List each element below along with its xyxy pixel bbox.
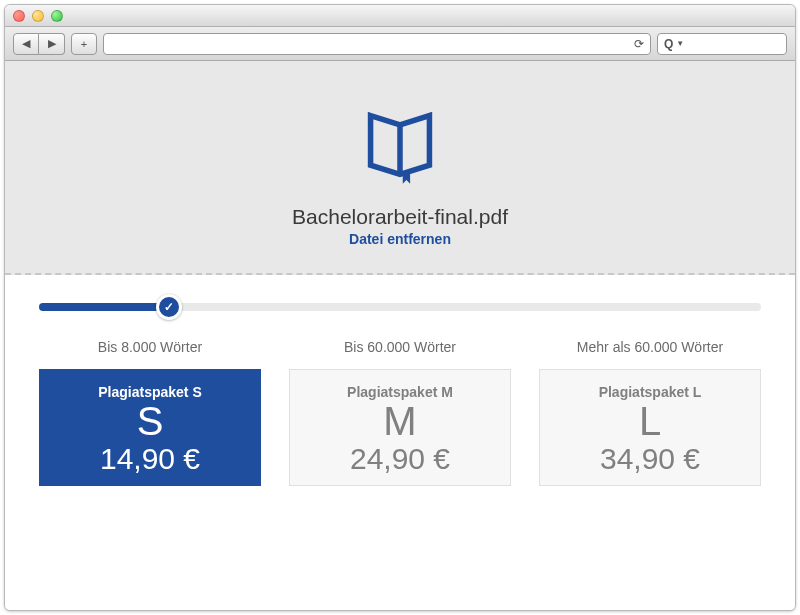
package-range: Mehr als 60.000 Wörter — [577, 339, 723, 355]
book-icon — [354, 99, 446, 191]
package-range: Bis 8.000 Wörter — [98, 339, 202, 355]
package-price: 14,90 € — [46, 442, 254, 475]
package-size: L — [546, 400, 754, 442]
package-price: 34,90 € — [546, 442, 754, 475]
plus-icon: + — [81, 38, 87, 50]
search-bar[interactable]: Q ▼ — [657, 33, 787, 55]
new-tab-button[interactable]: + — [71, 33, 97, 55]
check-icon: ✓ — [164, 300, 174, 314]
package-s: Bis 8.000 Wörter Plagiatspaket S S 14,90… — [39, 339, 261, 486]
chevron-right-icon: ▶ — [48, 37, 56, 50]
package-card-l[interactable]: Plagiatspaket L L 34,90 € — [539, 369, 761, 486]
package-card-s[interactable]: Plagiatspaket S S 14,90 € — [39, 369, 261, 486]
close-window-button[interactable] — [13, 10, 25, 22]
chevron-down-icon: ▼ — [676, 39, 684, 48]
package-price: 24,90 € — [296, 442, 504, 475]
package-selection: ✓ Bis 8.000 Wörter Plagiatspaket S S 14,… — [5, 275, 795, 610]
forward-button[interactable]: ▶ — [39, 33, 65, 55]
browser-window: ◀ ▶ + ⟳ Q ▼ Bachelorarbeit-fi — [4, 4, 796, 611]
package-name: Plagiatspaket M — [296, 384, 504, 400]
package-l: Mehr als 60.000 Wörter Plagiatspaket L L… — [539, 339, 761, 486]
package-card-m[interactable]: Plagiatspaket M M 24,90 € — [289, 369, 511, 486]
package-name: Plagiatspaket S — [46, 384, 254, 400]
remove-file-link[interactable]: Datei entfernen — [349, 231, 451, 247]
slider-track: ✓ — [39, 303, 761, 311]
reload-icon[interactable]: ⟳ — [634, 37, 644, 51]
zoom-window-button[interactable] — [51, 10, 63, 22]
chevron-left-icon: ◀ — [22, 37, 30, 50]
package-list: Bis 8.000 Wörter Plagiatspaket S S 14,90… — [39, 339, 761, 486]
traffic-lights — [13, 10, 63, 22]
nav-buttons: ◀ ▶ — [13, 33, 65, 55]
package-size: S — [46, 400, 254, 442]
uploaded-filename: Bachelorarbeit-final.pdf — [292, 205, 508, 229]
page-content: Bachelorarbeit-final.pdf Datei entfernen… — [5, 61, 795, 610]
url-bar[interactable]: ⟳ — [103, 33, 651, 55]
package-name: Plagiatspaket L — [546, 384, 754, 400]
browser-toolbar: ◀ ▶ + ⟳ Q ▼ — [5, 27, 795, 61]
search-icon: Q — [664, 37, 673, 51]
package-size: M — [296, 400, 504, 442]
titlebar — [5, 5, 795, 27]
word-count-slider[interactable]: ✓ — [39, 275, 761, 321]
back-button[interactable]: ◀ — [13, 33, 39, 55]
upload-area: Bachelorarbeit-final.pdf Datei entfernen — [5, 61, 795, 273]
package-m: Bis 60.000 Wörter Plagiatspaket M M 24,9… — [289, 339, 511, 486]
package-range: Bis 60.000 Wörter — [344, 339, 456, 355]
minimize-window-button[interactable] — [32, 10, 44, 22]
slider-knob[interactable]: ✓ — [156, 294, 182, 320]
slider-fill — [39, 303, 169, 311]
